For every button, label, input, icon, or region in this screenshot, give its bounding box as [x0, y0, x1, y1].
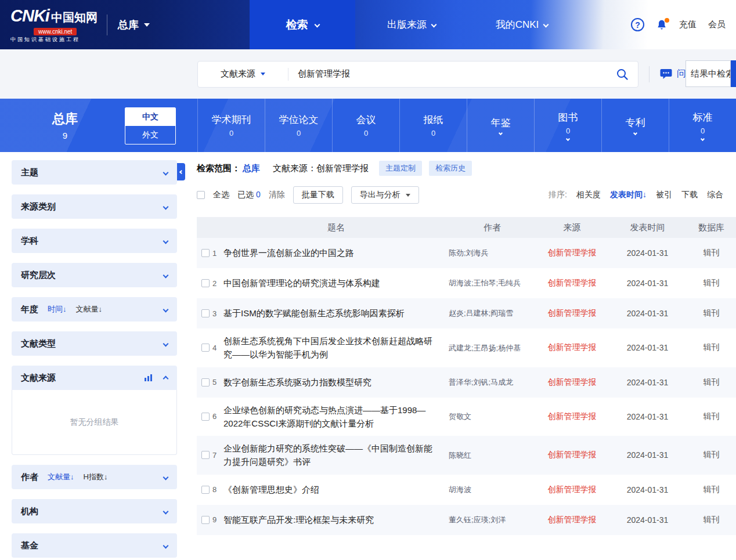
result-database: 辑刊	[687, 308, 736, 319]
author-sort-count[interactable]: 文献量↓	[48, 472, 74, 482]
filter-group-doc-type[interactable]: 文献类型	[12, 331, 177, 356]
result-title-link[interactable]: 智能互联产品开发:理论框架与未来研究	[223, 513, 449, 526]
db-tab-conferences[interactable]: 会议 0	[332, 99, 399, 152]
filter-group-topic[interactable]: 主题	[12, 160, 177, 185]
result-source-link[interactable]: 创新管理学报	[536, 450, 608, 460]
result-authors[interactable]: 胡海波	[449, 484, 536, 496]
search-history-button[interactable]: 检索历史	[429, 161, 472, 176]
search-input[interactable]	[288, 62, 607, 87]
row-checkbox[interactable]	[201, 413, 210, 421]
result-source-link[interactable]: 创新管理学报	[536, 308, 608, 319]
recharge-link[interactable]: 充值	[679, 19, 697, 30]
row-checkbox[interactable]	[201, 344, 210, 352]
search-button[interactable]	[607, 62, 638, 87]
batch-download-button[interactable]: 批量下载	[293, 186, 343, 204]
filter-group-institution[interactable]: 机构	[12, 499, 177, 523]
cnki-logo: CNKi 中国知网 www.cnki.net 中国知识基础设施工程	[10, 7, 98, 43]
result-authors[interactable]: 武建龙;王昂扬;杨仲基	[449, 342, 536, 354]
db-tab-standards[interactable]: 标准 0	[669, 99, 736, 152]
result-authors[interactable]: 贺敬文	[449, 411, 536, 422]
result-title-link[interactable]: 企业创新能力研究的系统性突破——《中国制造创新能力提升问题研究》书评	[223, 442, 449, 469]
result-source-link[interactable]: 创新管理学报	[536, 377, 608, 388]
result-title-link[interactable]: 企业绿色创新的研究动态与热点演进——基于1998—2022年CSSCI来源期刊的…	[223, 403, 449, 431]
db-tab-newspapers[interactable]: 报纸 0	[399, 99, 467, 152]
sort-composite[interactable]: 综合	[707, 190, 723, 200]
filter-group-source-category[interactable]: 来源类别	[12, 194, 177, 219]
scope-range-value[interactable]: 总库	[243, 163, 260, 174]
filter-group-fund[interactable]: 基金	[12, 533, 177, 558]
db-tab-patents[interactable]: 专利	[601, 99, 669, 152]
result-title-link[interactable]: 基于ISM的数字赋能创新生态系统影响因素探析	[223, 306, 449, 320]
search-scope-select[interactable]: 文献来源	[198, 68, 288, 80]
result-database: 辑刊	[687, 377, 736, 388]
filter-group-author[interactable]: 作者 文献量↓ H指数↓	[12, 465, 177, 489]
sort-relevance[interactable]: 相关度	[576, 190, 601, 200]
topic-customize-button[interactable]: 主题定制	[379, 161, 422, 176]
result-authors[interactable]: 陈晓红	[449, 450, 536, 461]
db-tab-journals[interactable]: 学术期刊 0	[197, 99, 265, 152]
result-title-link[interactable]: 《创新管理思想史》介绍	[223, 483, 449, 496]
db-tab-yearbooks[interactable]: 年鉴	[467, 99, 534, 152]
chevron-down-icon	[163, 204, 169, 209]
sort-publish-time[interactable]: 发表时间↓	[610, 190, 647, 200]
row-checkbox[interactable]	[201, 249, 210, 257]
row-checkbox[interactable]	[201, 279, 210, 287]
result-source-link[interactable]: 创新管理学报	[536, 485, 608, 495]
sort-cited[interactable]: 被引	[656, 190, 672, 200]
result-authors[interactable]: 普泽华;刘钒;马成龙	[449, 377, 536, 388]
chat-bubble-icon	[660, 68, 672, 80]
help-icon[interactable]: ?	[631, 18, 644, 31]
nav-tab-publication-source[interactable]: 出版来源	[376, 0, 447, 49]
nav-tab-my-cnki[interactable]: 我的CNKI	[484, 0, 560, 49]
search-within-results-button[interactable]: 结果中检索	[686, 60, 731, 87]
filter-group-research-level[interactable]: 研究层次	[12, 263, 177, 287]
filter-group-label: 学科	[21, 236, 38, 247]
chevron-down-icon	[163, 508, 169, 514]
year-sort-time[interactable]: 时间↓	[48, 304, 67, 315]
result-authors[interactable]: 董久钰;应瑛;刘洋	[449, 514, 536, 526]
language-foreign-option[interactable]: 外文	[125, 126, 175, 144]
nav-tab-search[interactable]: 检索	[250, 0, 355, 49]
result-source-link[interactable]: 创新管理学报	[536, 411, 608, 422]
filter-group-discipline[interactable]: 学科	[12, 229, 177, 253]
export-analyze-button[interactable]: 导出与分析	[351, 186, 419, 204]
result-title-link[interactable]: 中国创新管理理论的研究演进与体系构建	[223, 276, 449, 290]
notification-bell-icon[interactable]	[656, 19, 668, 31]
clear-selection-button[interactable]: 清除	[269, 190, 285, 200]
select-all-checkbox[interactable]	[197, 191, 205, 199]
db-tab-books[interactable]: 图书 0	[534, 99, 601, 152]
row-checkbox[interactable]	[201, 486, 210, 494]
chevron-down-icon	[163, 543, 169, 548]
db-tab-theses[interactable]: 学位论文 0	[265, 99, 332, 152]
result-title-link[interactable]: 数字创新生态系统驱动力指数模型研究	[223, 375, 449, 389]
row-checkbox[interactable]	[201, 451, 210, 459]
year-sort-count[interactable]: 文献量↓	[76, 304, 103, 315]
row-number: 5	[212, 378, 217, 386]
result-authors[interactable]: 赵炎;吕建林;阎瑞雪	[449, 308, 536, 319]
db-tab-total-library[interactable]: 总库 9	[52, 110, 78, 140]
result-title-link[interactable]: 争创世界一流创新企业的中国之路	[223, 246, 449, 259]
sidebar-collapse-button[interactable]	[177, 163, 185, 180]
result-source-link[interactable]: 创新管理学报	[536, 278, 608, 288]
literature-source-empty-result: 暂无分组结果	[12, 390, 177, 455]
result-source-link[interactable]: 创新管理学报	[536, 515, 608, 525]
row-checkbox[interactable]	[201, 309, 210, 317]
search-within-results-button-edge[interactable]	[731, 60, 736, 87]
member-link[interactable]: 会员	[708, 19, 726, 30]
table-row: 4 创新生态系统视角下中国后发企业技术创新赶超战略研究——以华为智能手机为例 武…	[197, 328, 736, 367]
result-authors[interactable]: 陈劲;刘海兵	[449, 247, 536, 259]
filter-group-literature-source[interactable]: 文献来源	[12, 366, 177, 390]
result-source-link[interactable]: 创新管理学报	[536, 248, 608, 258]
select-all-label[interactable]: 全选	[213, 190, 229, 200]
result-authors[interactable]: 胡海波;王怡琴;毛纯兵	[449, 277, 536, 289]
row-checkbox[interactable]	[201, 516, 210, 524]
author-sort-h-index[interactable]: H指数↓	[84, 472, 108, 482]
result-title-link[interactable]: 创新生态系统视角下中国后发企业技术创新赶超战略研究——以华为智能手机为例	[223, 334, 449, 362]
row-checkbox[interactable]	[201, 378, 210, 386]
library-dropdown[interactable]: 总库	[107, 15, 150, 35]
language-chinese-option[interactable]: 中文	[125, 108, 175, 126]
filter-group-year[interactable]: 年度 时间↓ 文献量↓	[12, 297, 177, 321]
table-header: 题名 作者 来源 发表时间 数据库	[197, 217, 736, 238]
sort-download[interactable]: 下载	[681, 190, 698, 200]
result-source-link[interactable]: 创新管理学报	[536, 342, 608, 353]
